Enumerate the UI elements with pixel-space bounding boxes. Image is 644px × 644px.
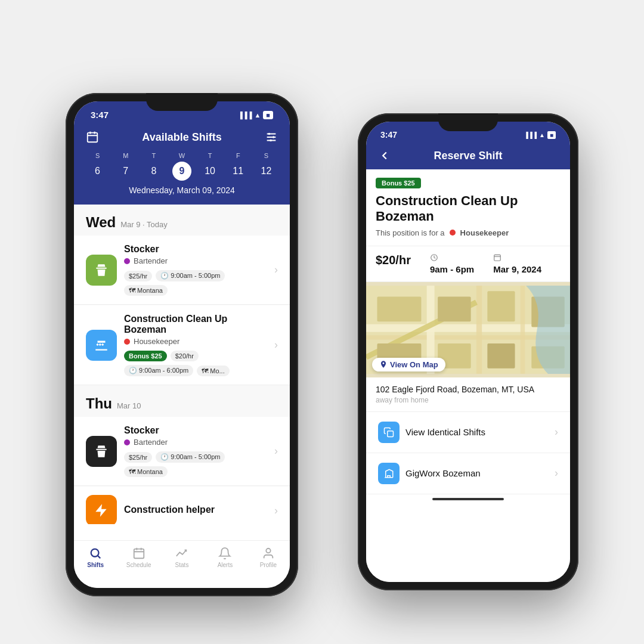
section-thu: Thu Mar 10 [74, 386, 290, 417]
identical-shifts-label: View Identical Shifts [405, 427, 485, 437]
view-identical-shifts-row[interactable]: View Identical Shifts › [366, 412, 570, 453]
nav-profile[interactable]: Profile [247, 547, 290, 574]
day-col-5[interactable]: F 11 [224, 152, 252, 181]
cal-icon-small [493, 253, 501, 262]
clock-icon [430, 253, 438, 262]
helper-details-thu: Construction helper [124, 504, 267, 517]
shift-helper-thu[interactable]: Construction helper › [74, 487, 290, 524]
copy-icon [383, 427, 394, 438]
phone-left: 3:47 ▐▐▐ ▲ ■ Available Shifts [66, 93, 298, 596]
phone-right: 3:47 ▐▐▐ ▲ ■ Reserve Shift Bonus $25 [358, 113, 578, 590]
address-sub: away from home [376, 396, 561, 404]
svg-rect-33 [487, 343, 515, 369]
helper-icon-thu [86, 495, 117, 524]
svg-rect-0 [88, 133, 98, 143]
status-time-right: 3:47 [380, 130, 397, 140]
calendar-icon[interactable] [86, 131, 99, 144]
shift-stocker-wed[interactable]: Stocker Bartender $25/hr 🕐 9:00am - 5:00… [74, 236, 290, 305]
svg-point-7 [268, 133, 271, 135]
address-main: 102 Eagle Fjord Road, Bozeman, MT, USA [376, 385, 561, 394]
reserve-content: Bonus $25 Construction Clean Up Bozeman … [366, 169, 570, 582]
day-col-2[interactable]: T 8 [140, 152, 168, 181]
construction-details-wed: Construction Clean Up Bozeman Housekeepe… [124, 314, 267, 376]
map-area[interactable]: View On Map [366, 282, 570, 377]
bonus-badge: Bonus $25 [376, 178, 421, 188]
meta-date: Mar 9, 2024 [493, 253, 541, 274]
filter-icon[interactable] [265, 131, 278, 144]
gigworx-row[interactable]: GigWorx Bozeman › [366, 453, 570, 494]
reserve-header-title: Reserve Shift [391, 150, 545, 162]
building-icon [383, 468, 394, 479]
back-icon[interactable] [378, 149, 391, 162]
shift-construction-wed[interactable]: Construction Clean Up Bozeman Housekeepe… [74, 305, 290, 385]
role-dot [124, 258, 130, 264]
pin-icon [379, 360, 388, 369]
position-role-dot [450, 230, 456, 236]
notch-right [438, 113, 498, 131]
construction-icon-wed [86, 330, 117, 361]
profile-nav-icon [262, 547, 275, 560]
chevron-construction-wed: › [274, 339, 278, 351]
nav-schedule[interactable]: Schedule [117, 547, 160, 574]
nav-shifts-label: Shifts [87, 562, 104, 568]
stats-nav-icon [175, 547, 188, 560]
position-line: This position is for a Housekeeper [366, 228, 570, 246]
signal-icon: ▐▐▐ [238, 112, 252, 119]
day-col-4[interactable]: T 10 [196, 152, 224, 181]
schedule-nav-icon [132, 547, 145, 560]
stocker-icon-thu [86, 436, 117, 467]
svg-rect-30 [487, 291, 515, 321]
stocker-details-wed: Stocker Bartender $25/hr 🕐 9:00am - 5:00… [124, 244, 267, 296]
meta-time: 9am - 6pm [430, 253, 474, 274]
nav-stats-label: Stats [175, 562, 189, 568]
nav-alerts-label: Alerts [218, 562, 233, 568]
view-on-map-label: View On Map [390, 360, 438, 369]
svg-point-17 [266, 549, 270, 553]
signal-icon-right: ▐▐▐ [524, 132, 537, 138]
day-col-3[interactable]: W 9 [168, 152, 196, 181]
gigworx-label: GigWorx Bozeman [405, 468, 481, 478]
alerts-nav-icon [218, 547, 231, 560]
chevron-gigworx: › [555, 467, 558, 479]
nav-profile-label: Profile [260, 562, 277, 568]
chevron-stocker-thu: › [274, 445, 278, 457]
day-col-6[interactable]: S 12 [252, 152, 280, 181]
meta-rate: $20/hr [376, 253, 411, 274]
day-col-0[interactable]: S 6 [83, 152, 112, 181]
shifts-list: Wed Mar 9 · Today Stocker Bartender [74, 205, 290, 524]
reserve-job-title: Construction Clean Up Bozeman [366, 193, 570, 228]
bottom-nav: Shifts Schedule Stats [74, 540, 290, 588]
nav-shifts[interactable]: Shifts [74, 547, 117, 574]
wifi-icon-right: ▲ [539, 132, 545, 138]
chevron-identical: › [555, 426, 558, 438]
svg-point-11 [91, 549, 99, 557]
current-date: Wednesday, March 09, 2024 [83, 185, 280, 195]
svg-rect-19 [494, 255, 501, 261]
nav-alerts[interactable]: Alerts [203, 547, 246, 574]
shifts-nav-icon [89, 547, 102, 560]
svg-point-10 [270, 140, 272, 142]
chevron-stocker-wed: › [274, 264, 278, 276]
role-dot-red [124, 339, 130, 345]
shift-stocker-thu[interactable]: Stocker Bartender $25/hr 🕐 9:00am - 5:00… [74, 417, 290, 486]
battery-icon: ■ [263, 111, 273, 119]
nav-header-left: Available Shifts [74, 125, 290, 152]
identical-shifts-icon-box [378, 422, 400, 443]
day-col-1[interactable]: M 7 [112, 152, 140, 181]
svg-rect-28 [377, 296, 421, 321]
svg-point-8 [273, 136, 275, 138]
nav-schedule-label: Schedule [126, 562, 151, 568]
battery-icon-right: ■ [547, 131, 556, 139]
meta-row: $20/hr 9am - 6pm [366, 246, 570, 282]
view-on-map-btn[interactable]: View On Map [372, 358, 445, 371]
wifi-icon: ▲ [254, 112, 261, 119]
nav-header-right: Reserve Shift [366, 144, 570, 169]
svg-rect-13 [134, 549, 144, 559]
nav-stats[interactable]: Stats [160, 547, 203, 574]
stocker-details-thu: Stocker Bartender $25/hr 🕐 9:00am - 5:00… [124, 425, 267, 477]
calendar-strip: S 6 M 7 T 8 W 9 [74, 152, 290, 205]
svg-rect-26 [521, 286, 525, 374]
status-time-left: 3:47 [91, 110, 109, 120]
week-days: S 6 M 7 T 8 W 9 [83, 152, 280, 181]
gigworx-icon-box [378, 463, 400, 484]
